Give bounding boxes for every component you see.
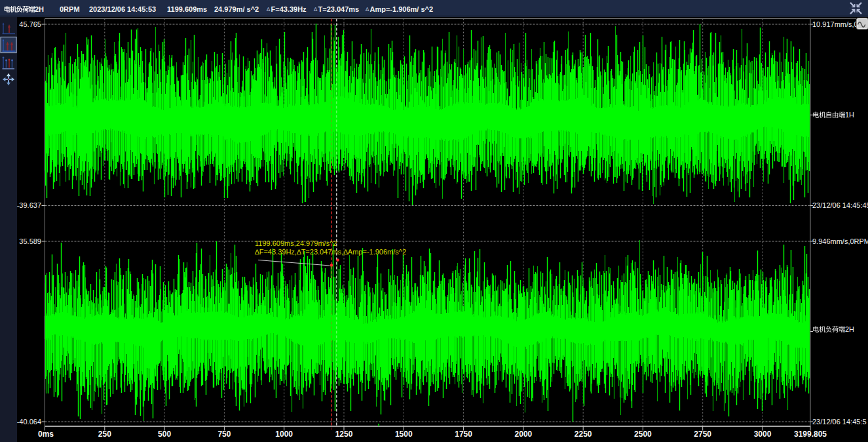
svg-text:10.917mm/s,0R: 10.917mm/s,0R [812,20,863,28]
svg-text:45.765: 45.765 [19,20,41,28]
svg-text:2750: 2750 [694,430,711,439]
svg-text:∆F=43.39Hz,∆T=23.047ms,∆Amp=-1: ∆F=43.39Hz,∆T=23.047ms,∆Amp=-1.906m/s^2 [255,248,406,256]
svg-text:-39.637: -39.637 [17,201,41,209]
svg-text:1000: 1000 [275,430,293,439]
svg-text:250: 250 [98,430,111,439]
svg-text:3000: 3000 [754,430,772,439]
svg-text:∆: ∆ [267,6,271,12]
svg-text:-40.064: -40.064 [17,418,41,426]
svg-text:2500: 2500 [634,430,652,439]
svg-text:23/12/06 14:45:5: 23/12/06 14:45:5 [812,418,867,426]
svg-text:0RPM: 0RPM [60,5,80,13]
svg-text:Amp=-1.906m/ s^2: Amp=-1.906m/ s^2 [370,5,434,13]
svg-text:2H: 2H [35,5,44,13]
svg-text:1199.609ms: 1199.609ms [167,5,207,13]
svg-text:1500: 1500 [395,430,413,439]
svg-text:1199.609ms,24.979m/s^2: 1199.609ms,24.979m/s^2 [255,239,337,247]
svg-text:1750: 1750 [455,430,472,439]
svg-text:2023/12/06 14:45:53: 2023/12/06 14:45:53 [89,5,156,13]
svg-text:9.946mm/s,0RPM: 9.946mm/s,0RPM [812,237,868,245]
svg-text:35.589: 35.589 [19,237,41,245]
svg-text:0ms: 0ms [38,430,54,439]
svg-text:T=23.047ms: T=23.047ms [318,5,360,13]
svg-text:1H: 1H [845,111,854,119]
svg-text:24.979m/ s^2: 24.979m/ s^2 [214,5,259,13]
svg-text:3199.805: 3199.805 [794,430,827,439]
svg-text:750: 750 [217,430,231,439]
svg-text:2250: 2250 [575,430,592,439]
svg-text:F=43.39Hz: F=43.39Hz [271,5,307,13]
svg-text:23/12/06 14:45:45: 23/12/06 14:45:45 [812,201,868,209]
svg-text:500: 500 [158,430,171,439]
svg-text:∆: ∆ [366,6,369,12]
svg-text:∆: ∆ [314,6,318,12]
svg-text:2000: 2000 [515,430,533,439]
svg-text:1250: 1250 [335,430,353,439]
svg-text:2H: 2H [845,325,854,333]
